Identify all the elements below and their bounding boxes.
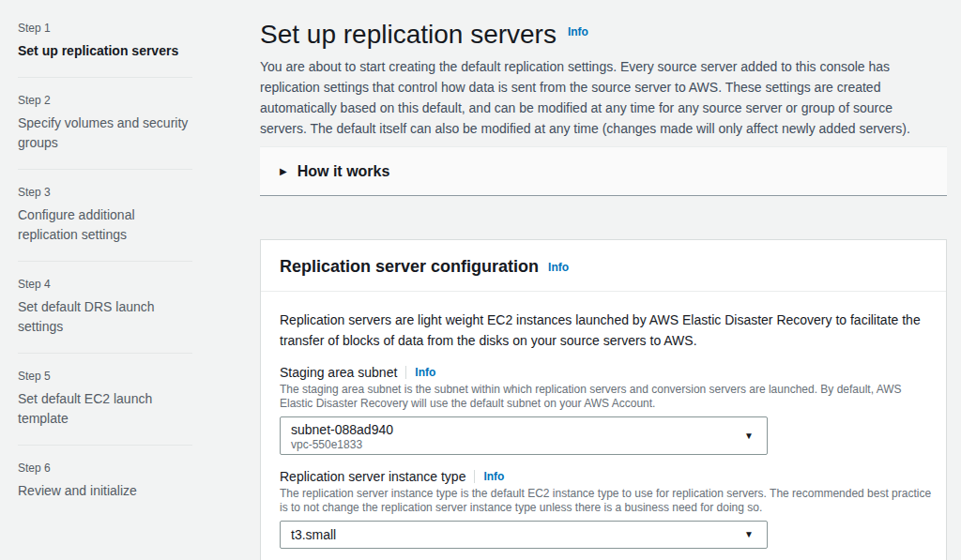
main-content: Set up replication servers Info You are …	[260, 19, 947, 560]
title-info-link[interactable]: Info	[568, 25, 588, 38]
step-number: Step 2	[18, 93, 192, 108]
step-number: Step 4	[18, 277, 192, 292]
wizard-step-6: Step 6 Review and initialize	[18, 445, 192, 517]
panel-header: Replication server configuration Info	[261, 240, 946, 292]
expand-right-arrow-icon: ▶	[280, 167, 287, 176]
panel-body: Replication servers are light weight EC2…	[261, 292, 946, 560]
wizard-step-4: Step 4 Set default DRS launch settings	[18, 261, 192, 353]
step-number: Step 3	[18, 185, 192, 200]
page-header: Set up replication servers Info	[260, 19, 947, 51]
field-label-row: Replication server instance type Info	[280, 467, 927, 486]
step-number: Step 1	[18, 21, 192, 36]
panel-info-link[interactable]: Info	[548, 261, 569, 274]
page-title: Set up replication servers	[260, 19, 557, 51]
sidebar-item-step-4[interactable]: Set default DRS launch settings	[18, 297, 192, 337]
label-divider	[405, 366, 406, 379]
wizard-step-3: Step 3 Configure additional replication …	[18, 169, 192, 261]
instance-type-info-link[interactable]: Info	[483, 470, 504, 483]
wizard-step-5: Step 5 Set default EC2 launch template	[18, 353, 192, 445]
how-it-works-label: How it works	[297, 163, 390, 180]
staging-subnet-description: The staging area subnet is the subnet wi…	[280, 383, 937, 411]
staging-subnet-label: Staging area subnet	[280, 363, 397, 382]
staging-area-subnet-select[interactable]: subnet-088ad940 vpc-550e1833 ▼	[280, 416, 768, 455]
panel-title: Replication server configuration	[280, 256, 539, 277]
staging-subnet-selected-vpc: vpc-550e1833	[291, 438, 393, 451]
how-it-works-expander[interactable]: ▶ How it works	[260, 146, 947, 196]
label-divider	[474, 470, 475, 483]
sidebar-item-step-3[interactable]: Configure additional replication setting…	[18, 205, 192, 245]
field-label-row: Staging area subnet Info	[280, 363, 927, 382]
sidebar-item-step-2[interactable]: Specify volumes and security groups	[18, 114, 192, 153]
instance-type-label: Replication server instance type	[280, 467, 465, 486]
chevron-down-icon: ▼	[744, 530, 754, 539]
wizard-step-2: Step 2 Specify volumes and security grou…	[18, 77, 192, 169]
step-number: Step 6	[18, 461, 192, 476]
instance-type-description: The replication server instance type is …	[280, 487, 937, 515]
instance-type-field: Replication server instance type Info Th…	[280, 467, 927, 549]
staging-subnet-selected-value: subnet-088ad940	[291, 421, 393, 438]
instance-type-select[interactable]: t3.small ▼	[280, 521, 768, 549]
chevron-down-icon: ▼	[744, 431, 754, 441]
wizard-steps-nav: Step 1 Set up replication servers Step 2…	[18, 6, 192, 517]
page-description: You are about to start creating the defa…	[260, 56, 936, 139]
staging-area-subnet-field: Staging area subnet Info The staging are…	[280, 363, 927, 455]
wizard-step-1: Step 1 Set up replication servers	[18, 6, 192, 77]
sidebar-item-step-6[interactable]: Review and initialize	[18, 481, 192, 501]
replication-server-configuration-panel: Replication server configuration Info Re…	[260, 239, 947, 560]
step-number: Step 5	[18, 369, 192, 384]
sidebar-item-step-5[interactable]: Set default EC2 launch template	[18, 389, 192, 429]
instance-type-selected-value: t3.small	[291, 526, 336, 543]
sidebar-item-step-1[interactable]: Set up replication servers	[18, 41, 192, 61]
staging-subnet-info-link[interactable]: Info	[415, 366, 435, 379]
select-text: subnet-088ad940 vpc-550e1833	[291, 421, 393, 451]
panel-description: Replication servers are light weight EC2…	[280, 310, 932, 351]
